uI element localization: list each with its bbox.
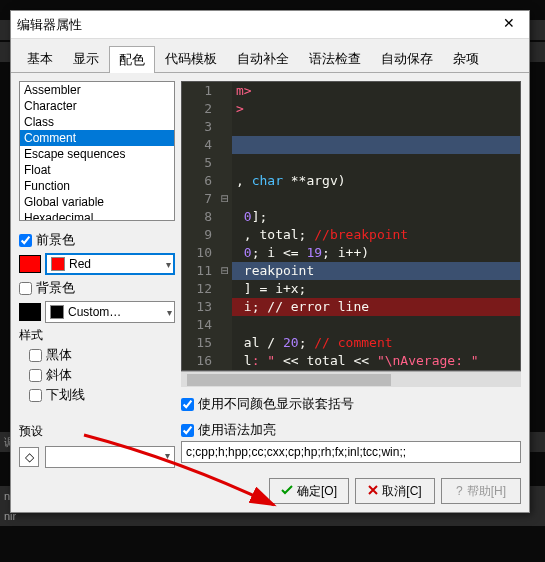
tab-bar: 基本显示配色代码模板自动补全语法检查自动保存杂项 (11, 39, 529, 73)
code-line: 5 (182, 154, 520, 172)
x-icon (368, 484, 378, 498)
tab-4[interactable]: 自动补全 (227, 45, 299, 72)
chevron-down-icon: ▾ (166, 259, 171, 270)
tab-3[interactable]: 代码模板 (155, 45, 227, 72)
preset-label: 预设 (19, 423, 175, 440)
code-line: 12 ] = i+x; (182, 280, 520, 298)
code-line: 2> (182, 100, 520, 118)
background-label: 背景色 (36, 279, 75, 297)
code-line: 3 (182, 118, 520, 136)
listbox-item[interactable]: Assembler (20, 82, 174, 98)
tab-0[interactable]: 基本 (17, 45, 63, 72)
chevron-down-icon: ▾ (167, 307, 172, 318)
code-line: 9 , total; //breakpoint (182, 226, 520, 244)
tab-5[interactable]: 语法检查 (299, 45, 371, 72)
foreground-label: 前景色 (36, 231, 75, 249)
listbox-item[interactable]: Class (20, 114, 174, 130)
code-line: 16 l: " << total << "\nAverage: " (182, 352, 520, 370)
tab-6[interactable]: 自动保存 (371, 45, 443, 72)
close-icon[interactable]: ✕ (495, 15, 523, 35)
help-icon: ? (456, 484, 463, 498)
titlebar[interactable]: 编辑器属性 ✕ (11, 11, 529, 39)
code-line: 14 (182, 316, 520, 334)
code-line: 15 al / 20; // comment (182, 334, 520, 352)
style-bold-checkbox[interactable]: 黑体 (29, 346, 175, 364)
preset-file-icon[interactable]: ◇ (19, 447, 39, 467)
filetypes-input[interactable] (181, 441, 521, 463)
listbox-item[interactable]: Comment (20, 130, 174, 146)
style-underline-checkbox[interactable]: 下划线 (29, 386, 175, 404)
code-line: 6, char **argv) (182, 172, 520, 190)
horizontal-scrollbar[interactable] (181, 371, 521, 387)
foreground-checkbox[interactable]: 前景色 (19, 231, 175, 249)
code-line: 8 0]; (182, 208, 520, 226)
nested-brackets-label: 使用不同颜色显示嵌套括号 (198, 395, 354, 413)
style-label: 样式 (19, 327, 175, 344)
code-line: 1m> (182, 82, 520, 100)
chevron-down-icon: ▾ (165, 450, 170, 461)
foreground-color-name: Red (69, 257, 91, 271)
listbox-item[interactable]: Hexadecimal (20, 210, 174, 221)
code-preview[interactable]: 1m>2>3456, char **argv)7⊟8 0];9 , total;… (181, 81, 521, 371)
check-icon (281, 484, 293, 499)
tab-1[interactable]: 显示 (63, 45, 109, 72)
listbox-item[interactable]: Character (20, 98, 174, 114)
syntax-highlight-checkbox[interactable]: 使用语法加亮 (181, 421, 521, 439)
tab-7[interactable]: 杂项 (443, 45, 489, 72)
style-italic-checkbox[interactable]: 斜体 (29, 366, 175, 384)
listbox-item[interactable]: Global variable (20, 194, 174, 210)
tab-2[interactable]: 配色 (109, 46, 155, 73)
background-color-combo[interactable]: Custom… ▾ (45, 301, 175, 323)
editor-properties-dialog: 编辑器属性 ✕ 基本显示配色代码模板自动补全语法检查自动保存杂项 Assembl… (10, 10, 530, 513)
syntax-highlight-label: 使用语法加亮 (198, 421, 276, 439)
background-checkbox[interactable]: 背景色 (19, 279, 175, 297)
code-line: 11⊟ reakpoint (182, 262, 520, 280)
cancel-button[interactable]: 取消[C] (355, 478, 435, 504)
code-line: 4 (182, 136, 520, 154)
dialog-title: 编辑器属性 (17, 16, 495, 34)
code-line: 13 i; // error line (182, 298, 520, 316)
listbox-item[interactable]: Function (20, 178, 174, 194)
code-line: 7⊟ (182, 190, 520, 208)
help-button[interactable]: ? 帮助[H] (441, 478, 521, 504)
listbox-item[interactable]: Escape sequences (20, 146, 174, 162)
preset-combo[interactable]: ▾ (45, 446, 175, 468)
foreground-color-combo[interactable]: Red ▾ (45, 253, 175, 275)
background-swatch (19, 303, 41, 321)
background-color-name: Custom… (68, 305, 121, 319)
token-type-listbox[interactable]: AssemblerCharacterClassCommentEscape seq… (19, 81, 175, 221)
nested-brackets-checkbox[interactable]: 使用不同颜色显示嵌套括号 (181, 395, 521, 413)
code-line: 10 0; i <= 19; i++) (182, 244, 520, 262)
listbox-item[interactable]: Float (20, 162, 174, 178)
ok-button[interactable]: 确定[O] (269, 478, 349, 504)
foreground-swatch (19, 255, 41, 273)
